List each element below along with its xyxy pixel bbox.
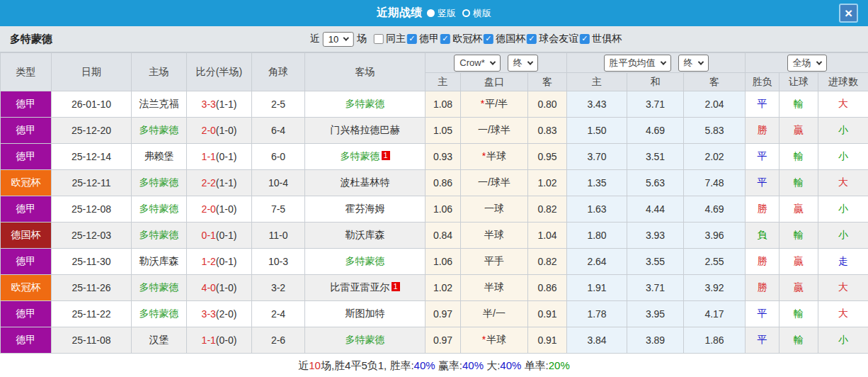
score-half: (1-1) [216,177,237,188]
result-handicap-cell: 贏 [780,118,818,144]
team-name-text: 多特蒙德 [139,176,179,188]
result-goals-cell: 小 [818,196,868,223]
result-goals-cell: 小 [818,144,868,170]
result-handicap-cell: 贏 [780,196,818,223]
corner-cell: 3-2 [252,275,305,301]
summary-segment: 40% [414,359,435,371]
avg-away-odds: 3.92 [684,275,746,301]
odds-type-value: 胜平负均值 [610,57,656,69]
handicap-text: 半球 [486,334,506,345]
filter-checkbox-同主[interactable]: 同主 [372,33,406,45]
handicap-text: 半球 [484,229,504,240]
filter-checkbox-欧冠杯[interactable]: 欧冠杯 [439,33,482,45]
avg-away-odds: 3.96 [684,223,746,249]
filter-checkbox-世俱杯[interactable]: 世俱杯 [578,33,622,45]
filter-checkbox-德甲[interactable]: 德甲 [406,33,439,45]
team-name-text: 多特蒙德 [139,203,179,214]
filter-checkbox-球会友谊[interactable]: 球会友谊 [525,33,578,45]
avg-draw-odds: 3.71 [627,91,684,118]
table-row: 德甲 25-12-08 多特蒙德 2-0(1-0) 7-5 霍芬海姆 1.06 … [1,196,868,223]
score-half: (1-0) [216,203,237,215]
league-badge: 德甲 [1,301,52,327]
avg-draw-odds: 3.95 [627,301,684,327]
team-name-text: 勒沃库森 [139,255,179,266]
result-handicap-cell: 輸 [780,327,818,354]
score-half: (2-0) [216,308,237,320]
filter-checkbox-德国杯[interactable]: 德国杯 [482,33,525,45]
avg-draw-odds: 4.44 [627,196,684,223]
avg-draw-odds: 3.51 [627,144,684,170]
result-handicap-cell: 贏 [780,249,818,275]
home-team-cell: 多特蒙德 [132,196,187,223]
layout-option-竖版[interactable]: 竖版 [427,7,456,20]
scope-select[interactable]: 全场 [787,55,827,72]
handicap-cell: 半球 [461,275,528,301]
away-team-cell: 多特蒙德 [305,327,426,354]
layout-options: 竖版横版 [427,7,491,20]
crow-home-odds: 1.06 [426,249,461,275]
summary-line: 近10场,胜4平5负1, 胜率:40% 赢率:40% 大:40% 单率:20% [0,354,868,377]
team-name-text: 斯图加特 [346,308,385,319]
table-row: 德甲 25-11-08 汉堡 1-1(0-0) 2-6 多特蒙德 0.97 *半… [1,327,868,354]
avg-draw-odds: 3.93 [627,223,684,249]
avg-draw-odds: 3.71 [627,275,684,301]
avg-away-odds: 4.17 [684,301,746,327]
handicap-star: * [482,150,486,162]
company-time-select[interactable]: 终 [508,55,538,72]
table-row: 德甲 25-12-14 弗赖堡 1-1(0-1) 6-0 多特蒙德1 0.93 … [1,144,868,170]
handicap-cell: 半球 [461,223,528,249]
avg-odds-group: 胜平负均值 终 [567,53,746,73]
chevron-down-icon [343,35,349,40]
team-name: 多特蒙德 [10,33,52,46]
corner-cell: 2-5 [252,91,305,118]
odds-time-select[interactable]: 终 [678,55,709,72]
chevron-down-icon [527,59,532,64]
avg-away-odds: 1.86 [684,327,746,354]
score-full: 2-0 [202,125,216,136]
crow-home-odds: 1.06 [426,196,461,223]
result-goals-cell: 大 [818,301,868,327]
league-badge: 德甲 [1,196,52,223]
avg-away-odds: 7.48 [684,170,746,196]
crow-away-odds: 0.80 [528,91,567,118]
layout-option-横版[interactable]: 横版 [462,7,491,20]
checkbox-checked-icon [484,34,493,44]
company-time-value: 终 [513,57,522,69]
match-count-select[interactable]: 10 [323,32,354,47]
result-handicap-cell: 輸 [780,301,818,327]
crow-away-odds: 0.86 [528,275,567,301]
avg-home-odds: 1.80 [567,223,627,249]
team-name-text: 多特蒙德 [346,255,385,266]
odds-type-select[interactable]: 胜平负均值 [604,55,671,72]
date-cell: 25-11-08 [52,327,132,354]
result-handicap-cell: 輸 [780,144,818,170]
date-cell: 25-11-22 [52,301,132,327]
company-select[interactable]: Crow* [454,55,500,72]
score-cell: 4-0(1-0) [187,275,252,301]
corner-cell: 10-3 [252,249,305,275]
score-cell: 0-1(0-1) [187,223,252,249]
home-team-cell: 多特蒙德 [132,170,187,196]
page-title: 近期战绩 [377,6,422,21]
date-cell: 25-12-20 [52,118,132,144]
crow-away-odds: 0.95 [528,144,567,170]
col-header-home: 主场 [132,53,187,91]
avg-draw-odds: 3.55 [627,249,684,275]
avg-away-odds: 4.69 [684,196,746,223]
avg-draw-odds: 5.63 [627,170,684,196]
result-group: 全场 [746,53,868,73]
near-label: 近 [310,33,320,45]
crow-away-odds: 0.91 [528,327,567,354]
filter-checkbox-label: 世俱杯 [592,33,622,45]
team-name-text: 多特蒙德 [139,281,179,293]
crow-away-odds: 0.82 [528,196,567,223]
home-team-cell: 勒沃库森 [132,249,187,275]
home-team-cell: 汉堡 [132,327,187,354]
summary-segment: 40% [462,359,484,371]
close-button[interactable]: × [839,4,858,23]
summary-segment: 40% [500,359,521,371]
league-badge: 德国杯 [1,223,52,249]
handicap-cell: 一/球半 [461,170,528,196]
score-full: 1-1 [202,334,216,346]
team-name-text: 多特蒙德 [346,334,385,345]
